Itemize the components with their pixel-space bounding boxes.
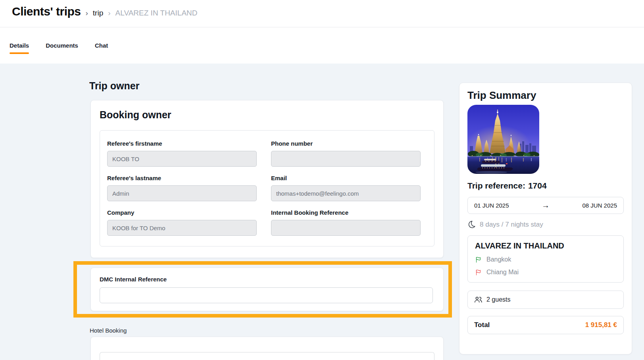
field-label: Company	[107, 209, 263, 216]
tab-chat[interactable]: Chat	[92, 41, 110, 54]
trip-photo-wat-arun-bangkok	[467, 105, 539, 174]
dmc-internal-reference-input[interactable]	[100, 287, 433, 303]
content-area: Trip owner Booking owner Referee's first…	[0, 64, 644, 360]
trip-summary-title: Trip Summary	[467, 89, 624, 102]
email-input	[271, 185, 421, 201]
field-email: Email	[271, 175, 427, 201]
tab-chat-label: Chat	[95, 42, 108, 49]
hotel-booking-card	[90, 337, 444, 360]
total-value: 1 915,81 €	[585, 321, 617, 329]
trip-name: ALVAREZ IN THAILAND	[475, 241, 616, 250]
destination-row: Bangkok	[475, 256, 616, 263]
end-date: 08 JUN 2025	[582, 202, 617, 209]
internal-booking-reference-input	[271, 220, 421, 236]
breadcrumb-separator-icon: ›	[86, 9, 88, 17]
booking-owner-card: Booking owner Referee's firstname Phone …	[90, 100, 444, 258]
field-label: Internal Booking Reference	[271, 209, 427, 216]
tab-documents[interactable]: Documents	[43, 41, 81, 54]
breadcrumb: Clients' trips › trip › ALVAREZ IN THAIL…	[0, 0, 644, 18]
field-label: Email	[271, 175, 427, 181]
company-input	[107, 220, 257, 236]
phone-number-input	[271, 151, 421, 167]
field-label: Referee's firstname	[107, 140, 263, 147]
booking-owner-title: Booking owner	[100, 109, 434, 121]
field-label: Referee's lastname	[107, 175, 263, 181]
clients-trips-page: Clients' trips › trip › ALVAREZ IN THAIL…	[0, 0, 644, 360]
trip-photo-illustration	[467, 105, 539, 174]
trip-reference-value: 1704	[528, 181, 547, 191]
tab-documents-label: Documents	[46, 42, 78, 49]
trip-reference: Trip reference: 1704	[467, 181, 624, 191]
destination-row: Chiang Mai	[475, 269, 616, 276]
section-title-trip-owner: Trip owner	[89, 80, 139, 92]
tab-details-label: Details	[10, 42, 29, 49]
field-referee-firstname: Referee's firstname	[107, 140, 263, 167]
dmc-card: DMC Internal Reference	[90, 268, 444, 311]
referee-firstname-input	[107, 151, 257, 167]
tab-details[interactable]: Details	[7, 41, 31, 54]
total-box: Total 1 915,81 €	[467, 316, 624, 334]
field-label: Phone number	[271, 140, 427, 147]
field-internal-booking-reference: Internal Booking Reference	[271, 209, 427, 236]
start-date: 01 JUN 2025	[474, 202, 509, 209]
field-referee-lastname: Referee's lastname	[107, 175, 263, 201]
red-flag-icon	[475, 269, 482, 276]
breadcrumb-item-current: ALVAREZ IN THAILAND	[115, 9, 198, 17]
green-flag-icon	[475, 256, 482, 263]
dmc-highlight-box: DMC Internal Reference	[73, 261, 452, 318]
destination-chiang-mai: Chiang Mai	[486, 269, 519, 276]
trip-name-box: ALVAREZ IN THAILAND Bangkok Chiang Mai	[467, 235, 624, 283]
field-company: Company	[107, 209, 263, 236]
breadcrumb-item-trip[interactable]: trip	[93, 9, 103, 17]
people-icon	[474, 295, 483, 304]
dmc-internal-reference-label: DMC Internal Reference	[100, 276, 434, 283]
breadcrumb-separator-icon: ›	[108, 9, 110, 17]
header: Clients' trips › trip › ALVAREZ IN THAIL…	[0, 0, 644, 27]
active-tab-underline	[10, 52, 29, 54]
destination-bangkok: Bangkok	[486, 256, 511, 263]
trip-summary-card: Trip Summary	[459, 83, 632, 354]
referee-lastname-input	[107, 185, 257, 201]
hotel-booking-stub-field	[100, 352, 434, 360]
trip-reference-label: Trip reference:	[467, 181, 525, 191]
guests-box: 2 guests	[467, 291, 624, 309]
trip-dates-box: 01 JUN 2025 → 08 JUN 2025	[467, 197, 624, 214]
guests-count: 2 guests	[486, 296, 510, 303]
trip-duration: 8 days / 7 nights stay	[467, 220, 624, 229]
page-title[interactable]: Clients' trips	[12, 5, 81, 18]
total-label: Total	[474, 321, 490, 329]
field-phone-number: Phone number	[271, 140, 427, 167]
duration-text: 8 days / 7 nights stay	[480, 221, 543, 229]
arrow-right-icon: →	[542, 201, 550, 210]
crescent-moon-icon	[467, 220, 476, 229]
hotel-booking-label: Hotel Booking	[90, 327, 127, 334]
tab-bar: Details Documents Chat	[0, 28, 644, 64]
booking-owner-fieldset: Referee's firstname Phone number Referee…	[100, 130, 434, 246]
